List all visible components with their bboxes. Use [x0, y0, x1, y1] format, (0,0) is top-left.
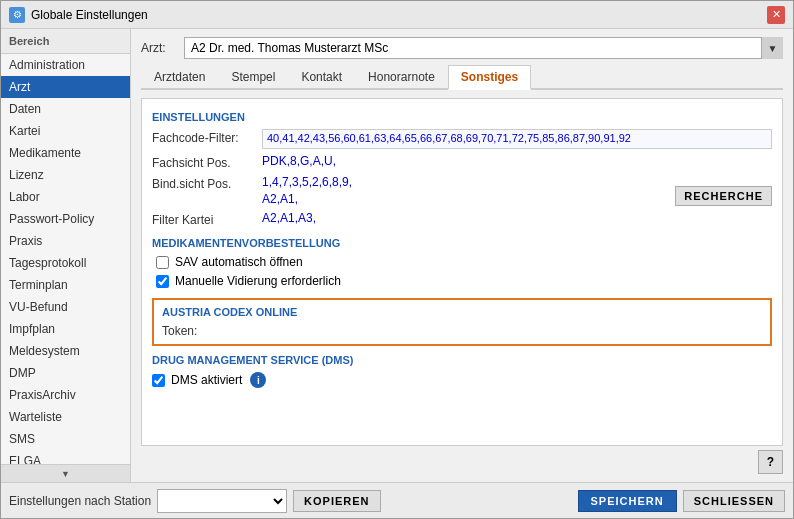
sidebar-item-vubefund[interactable]: VU-Befund: [1, 296, 130, 318]
sidebar-item-dmp[interactable]: DMP: [1, 362, 130, 384]
sav-checkbox[interactable]: [156, 256, 169, 269]
station-label: Einstellungen nach Station: [9, 494, 151, 508]
sidebar-list: Administration Arzt Daten Kartei Medikam…: [1, 54, 130, 464]
sidebar-item-sms[interactable]: SMS: [1, 428, 130, 450]
filterkartei-row: Filter Kartei A2,A1,A3,: [152, 211, 772, 227]
sidebar-item-labor[interactable]: Labor: [1, 186, 130, 208]
doctor-select-wrapper: A2 Dr. med. Thomas Musterarzt MSc ▼: [184, 37, 783, 59]
sidebar-header: Bereich: [1, 29, 130, 54]
doctor-label: Arzt:: [141, 41, 176, 55]
fachsicht-row: Fachsicht Pos. PDK,8,G,A,U,: [152, 154, 772, 170]
sav-label: SAV automatisch öffnen: [175, 255, 303, 269]
sav-row: SAV automatisch öffnen: [156, 255, 772, 269]
sidebar-item-tagesprotokoll[interactable]: Tagesprotokoll: [1, 252, 130, 274]
austria-codex-box: AUSTRIA CODEX ONLINE Token:: [152, 298, 772, 346]
help-button[interactable]: ?: [758, 450, 783, 474]
fachsicht-value: PDK,8,G,A,U,: [262, 154, 772, 168]
sidebar-item-lizenz[interactable]: Lizenz: [1, 164, 130, 186]
dms-checkbox[interactable]: [152, 374, 165, 387]
tab-arztdaten[interactable]: Arztdaten: [141, 65, 218, 90]
bottom-bar: Einstellungen nach Station KOPIEREN SPEI…: [1, 482, 793, 518]
fachcode-label: Fachcode-Filter:: [152, 129, 262, 145]
info-icon[interactable]: i: [250, 372, 266, 388]
tab-sonstiges[interactable]: Sonstiges: [448, 65, 531, 90]
bindsicht-values: 1,4,7,3,5,2,6,8,9, A2,A1,: [262, 175, 667, 206]
close-button[interactable]: ✕: [767, 6, 785, 24]
station-select[interactable]: [157, 489, 287, 513]
title-bar-left: ⚙ Globale Einstellungen: [9, 7, 148, 23]
sidebar-item-warteliste[interactable]: Warteliste: [1, 406, 130, 428]
fachcode-row: Fachcode-Filter: 40,41,42,43,56,60,61,63…: [152, 129, 772, 149]
bindsicht-value2: A2,A1,: [262, 192, 667, 206]
fachcode-value: 40,41,42,43,56,60,61,63,64,65,66,67,68,6…: [262, 129, 772, 149]
sidebar-item-administration[interactable]: Administration: [1, 54, 130, 76]
bindsicht-label: Bind.sicht Pos.: [152, 175, 262, 191]
medikamente-title: MEDIKAMENTENVORBESTELLUNG: [152, 237, 772, 249]
austria-codex-title: AUSTRIA CODEX ONLINE: [162, 306, 762, 318]
filterkartei-label: Filter Kartei: [152, 211, 262, 227]
content-area: Bereich Administration Arzt Daten Kartei…: [1, 29, 793, 482]
tab-stempel[interactable]: Stempel: [218, 65, 288, 90]
sidebar-item-elga[interactable]: ELGA: [1, 450, 130, 464]
title-bar: ⚙ Globale Einstellungen ✕: [1, 1, 793, 29]
doctor-select[interactable]: A2 Dr. med. Thomas Musterarzt MSc: [184, 37, 783, 59]
tabs-row: Arztdaten Stempel Kontakt Honorarnote So…: [141, 65, 783, 90]
tab-kontakt[interactable]: Kontakt: [288, 65, 355, 90]
manuelle-label: Manuelle Vidierung erforderlich: [175, 274, 341, 288]
sidebar-item-medikamente[interactable]: Medikamente: [1, 142, 130, 164]
main-window: ⚙ Globale Einstellungen ✕ Bereich Admini…: [0, 0, 794, 519]
bindsicht-row: Bind.sicht Pos. 1,4,7,3,5,2,6,8,9, A2,A1…: [152, 175, 772, 206]
einstellungen-title: EINSTELLUNGEN: [152, 111, 772, 123]
recherche-button[interactable]: RECHERCHE: [675, 186, 772, 206]
sidebar-item-passwort[interactable]: Passwort-Policy: [1, 208, 130, 230]
sidebar-item-daten[interactable]: Daten: [1, 98, 130, 120]
sidebar-item-terminplan[interactable]: Terminplan: [1, 274, 130, 296]
window-icon: ⚙: [9, 7, 25, 23]
sidebar-item-impfplan[interactable]: Impfplan: [1, 318, 130, 340]
main-panel: Arzt: A2 Dr. med. Thomas Musterarzt MSc …: [131, 29, 793, 482]
schliessen-button[interactable]: SCHLIESSEN: [683, 490, 785, 512]
manuelle-row: Manuelle Vidierung erforderlich: [156, 274, 772, 288]
doctor-row: Arzt: A2 Dr. med. Thomas Musterarzt MSc …: [141, 37, 783, 59]
sidebar-scroll-down[interactable]: ▼: [1, 464, 130, 482]
sidebar-item-arzt[interactable]: Arzt: [1, 76, 130, 98]
bindsicht-value1: 1,4,7,3,5,2,6,8,9,: [262, 175, 667, 189]
token-input[interactable]: [212, 324, 762, 338]
sidebar-item-kartei[interactable]: Kartei: [1, 120, 130, 142]
sidebar: Bereich Administration Arzt Daten Kartei…: [1, 29, 131, 482]
tab-honorarnote[interactable]: Honorarnote: [355, 65, 448, 90]
fachsicht-label: Fachsicht Pos.: [152, 154, 262, 170]
sidebar-item-praxisarchiv[interactable]: PraxisArchiv: [1, 384, 130, 406]
filterkartei-value: A2,A1,A3,: [262, 211, 772, 225]
speichern-button[interactable]: SPEICHERN: [578, 490, 677, 512]
settings-content: EINSTELLUNGEN Fachcode-Filter: 40,41,42,…: [141, 98, 783, 446]
dms-title: DRUG MANAGEMENT SERVICE (DMS): [152, 354, 772, 366]
kopieren-button[interactable]: KOPIEREN: [293, 490, 380, 512]
sidebar-item-meldesystem[interactable]: Meldesystem: [1, 340, 130, 362]
dms-label: DMS aktiviert: [171, 373, 242, 387]
token-row: Token:: [162, 324, 762, 338]
dms-row: DMS aktiviert i: [152, 372, 772, 388]
sidebar-item-praxis[interactable]: Praxis: [1, 230, 130, 252]
manuelle-checkbox[interactable]: [156, 275, 169, 288]
window-title: Globale Einstellungen: [31, 8, 148, 22]
token-label: Token:: [162, 324, 212, 338]
